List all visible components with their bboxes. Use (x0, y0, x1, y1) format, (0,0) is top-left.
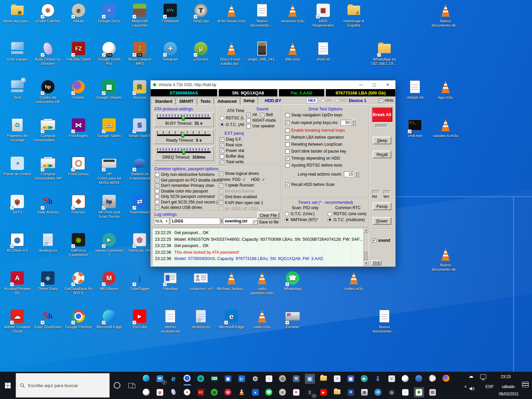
spinner-down-icon[interactable]: ▼ (354, 174, 359, 177)
desktop-icon-radio-m3u[interactable]: radio.m3u (247, 309, 277, 329)
tray-clock-time[interactable]: 23:23 (501, 374, 511, 379)
api-radio[interactable]: API (321, 98, 332, 102)
desktop-icon-red[interactable]: Red (3, 79, 32, 100)
desktop-icon-adobe-creative-cloud[interactable]: ☁↗Adobe Creative Cloud (3, 309, 32, 333)
spinner-down-icon[interactable]: ▼ (351, 123, 356, 126)
taskbar-icon-disc-burner[interactable]: ◎ (278, 374, 287, 383)
keyboard-language[interactable]: ESP (485, 384, 493, 389)
sleep-button[interactable]: Sleep (373, 137, 391, 144)
taskbar-icon-file-upload[interactable]: ↑ (401, 388, 410, 397)
desktop-icon-chkdsk-txt[interactable]: chkdsk.txt (400, 79, 430, 100)
checkbox-reseting-between-loopscan[interactable]: Reseting between LoopScan (285, 142, 342, 147)
cortana-button[interactable] (110, 372, 124, 399)
desktop-icon-desktop-ini[interactable]: ⚙desktop.ini (186, 309, 215, 329)
desktop-icon-emule[interactable]: e↗eMule (64, 3, 93, 23)
break-all-button[interactable]: Break All (372, 107, 392, 122)
checkbox-refresh-lba-before-operation[interactable]: Refresh LBA before operation (285, 135, 344, 140)
checkbox-if-api-then-open-tab-1[interactable]: ✓If API then open tab 1 (219, 200, 265, 205)
taskbar-icon-atube-catcher[interactable]: ✶ (183, 388, 192, 397)
tab-setup[interactable]: Setup (240, 96, 258, 105)
taskbar-icon-performance-monitor[interactable]: ≈ (387, 374, 396, 383)
taskbar-icon-winrar[interactable]: ▤ (428, 388, 437, 397)
desktop-icon-nuevo-documento-de[interactable]: Nuevo documento de… (431, 3, 460, 28)
desktop-icon-liga-m3u[interactable]: liga.m3u (431, 79, 460, 100)
slider-busy-timeout[interactable]: BUSY Timeout:31 s (154, 112, 214, 127)
start-button[interactable] (0, 372, 16, 399)
desktop-icon-auto-clicker-by-shocker[interactable]: ↗Auto Clicker by Shocker (33, 41, 63, 66)
desktop-icon-comprar-consumibles[interactable]: ↗Comprar consumibles - … (33, 117, 63, 142)
desktop-icon-minecraft-launcher[interactable]: ↗Minecraft Launcher (125, 3, 154, 28)
search-box[interactable]: Escribe aquí para buscar (16, 373, 110, 398)
slider-ready-timeout[interactable]: Ready Timeout:5 s (154, 129, 214, 144)
desktop-icon-este-equipo[interactable]: Este equipo (3, 41, 32, 62)
checkbox-recall-hdd-before-scan[interactable]: ✓Recall HDD before Scan (285, 182, 368, 187)
desktop-icon-cedes-m3u[interactable]: cedes.m3u (339, 270, 368, 291)
log-scrollbar[interactable]: ▲ ▼ (363, 228, 368, 266)
taskbar-icon-calculator[interactable]: ▦ (346, 374, 355, 383)
desktop-icon-eterno-youtube-txt[interactable]: eterno youtube.txt (156, 309, 185, 333)
spinner-up-icon[interactable]: ▲ (351, 120, 356, 123)
taskbar-icon-victoria[interactable]: ✚ (414, 388, 424, 397)
taskbar-icon-repair-tool[interactable]: ⚒ (292, 374, 301, 383)
power-button[interactable]: Power (373, 217, 391, 225)
taskbar-icon-file-explorer[interactable] (319, 374, 328, 383)
radio-g-t-c-univ[interactable]: G.T.C. (Univ.) (285, 211, 326, 216)
tab-standard[interactable]: Standard (152, 98, 176, 105)
taskbar-icon-notepad[interactable]: ≡ (332, 374, 342, 383)
checkbox-don-t-blink-border-of-pause-key[interactable]: Don't blink border of pause key (285, 149, 346, 154)
desktop-icon-single-048-141[interactable]: single_048_141… (247, 41, 277, 62)
desktop-icon-acdsee-4-0[interactable]: ◉↗ACDSee 4.0 (3, 232, 32, 253)
checkbox-i-speak-russian[interactable]: ✓'I speak Russian' (219, 183, 265, 188)
taskbar-icon-media-player-teal[interactable]: ▶ (360, 374, 369, 383)
desktop-icon-sesiones-m3u[interactable]: sesiones.m3u (278, 3, 307, 23)
desktop-icon-google-slides[interactable]: ▭↗Google Slides (94, 117, 124, 138)
minimize-button[interactable]: — (355, 82, 367, 87)
spinner-up-icon[interactable]: ▲ (354, 171, 359, 174)
tab-smart[interactable]: SMART (176, 98, 197, 105)
ignore-fdd-checkbox[interactable]: ✓ (242, 177, 246, 182)
desktop-icon-nuevo-documento[interactable]: Nuevo documento … (247, 3, 277, 28)
desktop-icon-recuva[interactable]: R↗Recuva (125, 79, 154, 100)
desktop-icon-desktop-ini[interactable]: ⚙desktop.ini (33, 232, 63, 253)
radio-g-t-c-multicore[interactable]: G.T.C. (multicore) (328, 217, 368, 222)
slider-track[interactable] (157, 134, 211, 136)
checkbox-show-logical-drives[interactable]: ✓Show logical drives (219, 171, 265, 176)
desktop-icon-homenaje-a-espa-a[interactable]: ♪Homenaje A España (339, 3, 368, 28)
desktop-icon-geforce-experience[interactable]: ◉↗GeForce Experience (64, 232, 93, 257)
desktop-icon-jaksta-converter-7[interactable]: ▶↗Jaksta Converter 7 (94, 232, 124, 257)
desktop-icon-tvrplayer[interactable]: DTV↗TVRplayer (156, 3, 185, 23)
taskbar-icon-app-teal[interactable]: ◉ (196, 374, 205, 383)
desktop-icon-hp-print-and-scan-doctor[interactable]: hp↗HP Print and Scan Doctor (94, 194, 124, 219)
desktop-icon-david-diaz-pav[interactable]: ☻david diaz-pav… (3, 3, 32, 23)
desktop-icon-nuevo-documento-de[interactable]: Nuevo documento de… (431, 247, 460, 272)
spinner-arrows[interactable]: ▲▼ (351, 120, 356, 126)
desktop-icon-hdd-regenerator[interactable]: ≣↗HDD Regenerator (309, 3, 338, 28)
taskbar-icon-app-green[interactable]: ◉ (210, 388, 219, 397)
desktop-icon-comprar-consumibles-hp[interactable]: ↗Comprar consumibles HP (33, 156, 63, 181)
taskbar-icon-chrome[interactable] (183, 374, 192, 383)
save-to-file-checkbox[interactable]: ✓Save to file (253, 220, 279, 224)
event-log[interactable]: 23:22:25Get passport... OK23:22:25Model:… (152, 228, 369, 266)
checkbox-grid-lines-enabled[interactable]: ✓Grid lines enabled (219, 195, 265, 199)
taskbar-icon-hp-solution-center[interactable]: ◔ (264, 374, 274, 383)
taskbar-icon-filezilla[interactable]: FZ (196, 388, 205, 397)
taskbar-icon-downloader[interactable]: ⇓ (373, 374, 383, 383)
checkbox-windows-themes[interactable]: ✓Windows themes (219, 189, 265, 194)
taskbar-icon-mail[interactable]: ✉2 (155, 374, 165, 383)
checkbox-auto-detect-usb-drives[interactable]: ✓Auto detect USB drives (155, 205, 219, 210)
desktop-icon-daily-actions[interactable]: Sh↗Daily Actions (33, 194, 63, 214)
taskbar-icon-vlc[interactable] (237, 388, 246, 397)
desktop-icon-contactos-vcf[interactable]: contactos .vcf (186, 270, 215, 291)
desktop-icon-radio-pastebin-m3u[interactable]: radio pastebin.m3u (247, 270, 277, 295)
desktop-icon-telegram[interactable]: ✈↗Telegram (156, 41, 185, 62)
taskbar-icon-print-queue[interactable]: ▤ (305, 374, 315, 383)
desktop-icon-cmd-exe[interactable]: C:\_↗cmd.exe (400, 117, 430, 138)
scroll-up-arrow[interactable]: ▲ (364, 228, 368, 233)
desktop-icon-microsoft-edge[interactable]: e↗Microsoft Edge (217, 309, 246, 329)
hex-button[interactable]: HEX (306, 98, 318, 103)
slider-thumb[interactable] (182, 115, 185, 121)
volume-icon[interactable] (469, 386, 475, 391)
taskbar-icon-camera-lens[interactable]: ◎ (387, 388, 396, 397)
checkbox-only-scsi-passport-command[interactable]: Only SCSI passport command (155, 194, 219, 199)
log-device-select[interactable]: NUL▼ (154, 218, 169, 224)
